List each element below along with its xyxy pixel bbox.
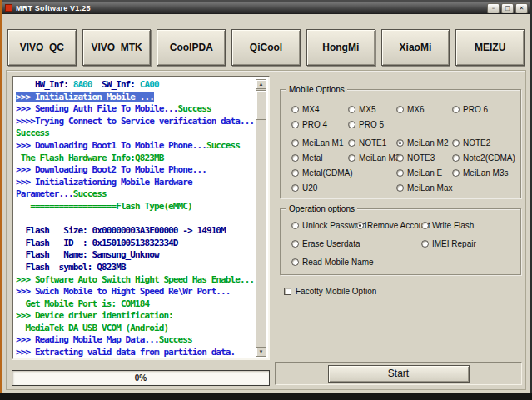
tab-bar: VIVO_QCVIVO_MTKCoolPDAQiCoolHongMiXiaoMi…: [7, 29, 525, 66]
radio-meilan-m3[interactable]: MeiLan M3: [348, 153, 396, 162]
radio-icon[interactable]: [291, 240, 299, 248]
radio-pro-4[interactable]: PRO 4: [291, 120, 348, 129]
radio-icon[interactable]: [396, 106, 404, 113]
radio-icon[interactable]: [291, 258, 299, 266]
log-line: MediaTek DA USB VCOM (Android): [16, 322, 255, 335]
mobile-options-grid: MX4MX5MX6PRO 6PRO 4PRO 5MeiLan M1NOTE1Me…: [281, 90, 520, 195]
radio-meilan-m2[interactable]: MeiLan M2: [396, 138, 452, 148]
tab-qicool[interactable]: QiCool: [231, 29, 301, 66]
log-line: [16, 213, 255, 226]
mobile-options-title: Mobile Options: [286, 85, 347, 94]
radio-read-mobile-name[interactable]: Read Mobile Name: [291, 258, 356, 267]
log-line: >>> Initialization Mobile ...: [16, 92, 255, 104]
scrollbar-thumb[interactable]: [256, 90, 266, 120]
radio-icon[interactable]: [291, 154, 299, 162]
radio-imei-repair[interactable]: IMEI Repair: [421, 239, 520, 248]
radio-icon[interactable]: [452, 169, 460, 177]
radio-icon[interactable]: [421, 240, 429, 248]
radio-label: NOTE3: [407, 153, 435, 162]
tab-coolpda[interactable]: CoolPDA: [157, 29, 226, 66]
radio-icon[interactable]: [396, 154, 404, 162]
log-output[interactable]: HW_Inf: 8A00 SW_Inf: CA00>>> Initializat…: [16, 79, 255, 357]
mobile-option-row: PRO 4PRO 5: [281, 117, 520, 132]
operation-options-group: Operation options Unlock PasswordRemove …: [280, 208, 521, 275]
window-border-left: [0, 0, 2, 400]
factory-mobile-option-checkbox[interactable]: Facotty Mobile Option: [284, 287, 376, 296]
radio-meilan-m1[interactable]: MeiLan M1: [291, 138, 348, 148]
radio-u20[interactable]: U20: [291, 183, 348, 192]
radio-icon[interactable]: [452, 139, 460, 147]
radio-meilan-m3s[interactable]: MeiLan M3s: [452, 168, 520, 178]
radio-meilan-max[interactable]: MeiLan Max: [396, 183, 452, 192]
log-line: Flash Name: Samsung_Unknow: [16, 249, 255, 262]
radio-pro-6[interactable]: PRO 6: [452, 105, 520, 114]
window-border-bottom: [0, 392, 532, 400]
tab-vivo-mtk[interactable]: VIVO_MTK: [82, 29, 152, 66]
radio-icon[interactable]: [291, 106, 299, 113]
radio-write-flash[interactable]: Write Flash: [421, 221, 520, 230]
radio-erase-userdata[interactable]: Erase Userdata: [291, 239, 356, 248]
radio-icon[interactable]: [291, 222, 299, 229]
radio-pro-5[interactable]: PRO 5: [348, 120, 396, 129]
radio-mx5[interactable]: MX5: [348, 105, 396, 114]
radio-icon[interactable]: [291, 121, 299, 128]
radio-label: U20: [302, 183, 317, 192]
mobile-option-row: Metal(CDMA)MeiLan EMeiLan M3s: [281, 165, 520, 180]
maximize-button[interactable]: □: [501, 3, 514, 13]
log-line: The Flash Hardware Info:Q823MB: [16, 152, 255, 165]
radio-note1[interactable]: NOTE1: [348, 138, 396, 148]
start-button[interactable]: Start: [328, 365, 470, 382]
radio-note2-cdma[interactable]: Note2(CDMA): [452, 153, 520, 162]
log-line: HW_Inf: 8A00 SW_Inf: CA00: [16, 79, 255, 92]
radio-label: IMEI Repair: [432, 239, 476, 248]
radio-metal-cdma[interactable]: Metal(CDMA): [291, 168, 348, 178]
radio-label: MX4: [302, 105, 320, 114]
log-line: Parameter...Success: [16, 188, 255, 201]
radio-note2[interactable]: NOTE2: [452, 138, 520, 148]
radio-icon[interactable]: [356, 222, 364, 229]
log-line: >>>>Trying Connect to Service verificati…: [16, 116, 255, 128]
radio-icon[interactable]: [291, 184, 299, 192]
log-line: >>> Device driver identification:: [16, 310, 255, 322]
progress-label: 0%: [135, 373, 147, 382]
radio-icon[interactable]: [348, 106, 355, 113]
radio-mx4[interactable]: MX4: [291, 105, 348, 114]
tab-xiaomi[interactable]: XiaoMi: [381, 29, 450, 66]
scroll-up-icon[interactable]: ▲: [256, 79, 266, 89]
radio-icon[interactable]: [421, 222, 429, 229]
radio-icon[interactable]: [396, 184, 404, 192]
radio-icon[interactable]: [396, 169, 404, 177]
radio-icon[interactable]: [452, 154, 460, 162]
radio-remove-account[interactable]: Remove Account: [356, 221, 421, 230]
radio-label: PRO 5: [359, 120, 384, 129]
radio-unlock-password[interactable]: Unlock Password: [291, 221, 356, 230]
radio-icon[interactable]: [291, 169, 299, 177]
radio-label: PRO 4: [302, 120, 327, 129]
radio-label: MeiLan M3: [359, 153, 400, 162]
radio-metal[interactable]: Metal: [291, 153, 348, 162]
checkbox-icon[interactable]: [284, 288, 291, 295]
radio-meilan-e[interactable]: MeiLan E: [396, 168, 452, 178]
close-button[interactable]: ✕: [515, 3, 528, 13]
log-line: >>> Software Auto Switch Hight Speed Has…: [16, 274, 255, 287]
tab-hongmi[interactable]: HongMi: [306, 29, 375, 66]
radio-icon[interactable]: [452, 106, 460, 113]
progress-bar: 0%: [12, 370, 270, 386]
radio-icon[interactable]: [348, 154, 355, 162]
radio-label: MeiLan M3s: [463, 168, 508, 178]
radio-label: NOTE2: [463, 138, 490, 148]
radio-label: Erase Userdata: [302, 239, 360, 248]
tab-meizu[interactable]: MEIZU: [455, 29, 525, 66]
minimize-button[interactable]: –: [487, 3, 500, 13]
radio-note3[interactable]: NOTE3: [396, 153, 452, 162]
radio-icon[interactable]: [291, 139, 299, 147]
radio-icon[interactable]: [348, 139, 355, 147]
radio-icon[interactable]: [396, 139, 404, 147]
log-line: >>> Swich Mobile to Hight Speed Re\Wr Po…: [16, 286, 255, 298]
radio-mx6[interactable]: MX6: [396, 105, 452, 114]
radio-icon[interactable]: [348, 121, 355, 128]
title-bar[interactable]: MRT Software V1.25 – □ ✕: [2, 2, 530, 14]
tab-vivo-qc[interactable]: VIVO_QC: [7, 29, 77, 66]
log-scrollbar[interactable]: ▲ ▼: [256, 79, 266, 357]
scroll-down-icon[interactable]: ▼: [256, 347, 266, 357]
